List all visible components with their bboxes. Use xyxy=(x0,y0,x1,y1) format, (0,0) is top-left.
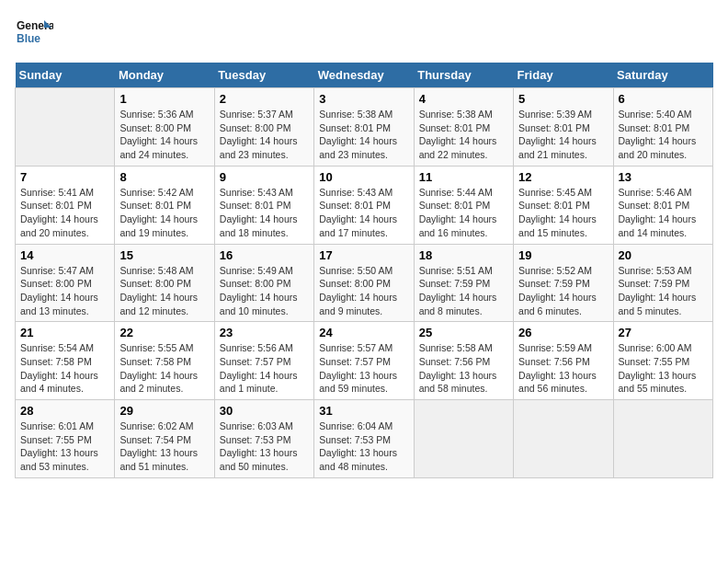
day-number: 30 xyxy=(220,404,309,418)
calendar-cell: 27Sunrise: 6:00 AM Sunset: 7:55 PM Dayli… xyxy=(613,322,712,400)
day-header-friday: Friday xyxy=(514,63,613,88)
day-header-tuesday: Tuesday xyxy=(214,63,313,88)
calendar-week-2: 7Sunrise: 5:41 AM Sunset: 8:01 PM Daylig… xyxy=(16,166,713,244)
day-info: Sunrise: 5:43 AM Sunset: 8:01 PM Dayligh… xyxy=(220,186,309,240)
day-number: 11 xyxy=(419,170,508,184)
day-number: 18 xyxy=(419,248,508,262)
day-info: Sunrise: 5:36 AM Sunset: 8:00 PM Dayligh… xyxy=(119,108,209,162)
calendar-cell: 9Sunrise: 5:43 AM Sunset: 8:01 PM Daylig… xyxy=(214,166,313,244)
day-info: Sunrise: 5:56 AM Sunset: 7:57 PM Dayligh… xyxy=(220,341,309,396)
day-number: 26 xyxy=(518,326,608,339)
day-header-sunday: Sunday xyxy=(16,63,115,88)
svg-text:Blue: Blue xyxy=(17,32,40,45)
day-info: Sunrise: 5:41 AM Sunset: 8:01 PM Dayligh… xyxy=(20,186,109,240)
calendar-cell: 17Sunrise: 5:50 AM Sunset: 8:00 PM Dayli… xyxy=(314,244,414,322)
calendar-cell: 15Sunrise: 5:48 AM Sunset: 8:00 PM Dayli… xyxy=(115,244,214,322)
day-number: 15 xyxy=(119,248,209,262)
calendar-cell: 6Sunrise: 5:40 AM Sunset: 8:01 PM Daylig… xyxy=(613,88,712,167)
day-info: Sunrise: 6:02 AM Sunset: 7:54 PM Dayligh… xyxy=(119,419,209,474)
day-number: 6 xyxy=(619,92,708,106)
calendar-week-4: 21Sunrise: 5:54 AM Sunset: 7:58 PM Dayli… xyxy=(16,322,713,400)
day-number: 9 xyxy=(220,170,309,184)
day-number: 12 xyxy=(518,170,608,184)
calendar-cell: 12Sunrise: 5:45 AM Sunset: 8:01 PM Dayli… xyxy=(514,166,613,244)
day-info: Sunrise: 6:00 AM Sunset: 7:55 PM Dayligh… xyxy=(619,341,708,396)
day-info: Sunrise: 5:45 AM Sunset: 8:01 PM Dayligh… xyxy=(518,186,608,240)
calendar-header-row: SundayMondayTuesdayWednesdayThursdayFrid… xyxy=(16,63,713,88)
calendar-cell: 21Sunrise: 5:54 AM Sunset: 7:58 PM Dayli… xyxy=(16,322,115,400)
day-header-thursday: Thursday xyxy=(414,63,513,88)
day-info: Sunrise: 5:53 AM Sunset: 7:59 PM Dayligh… xyxy=(619,264,708,318)
calendar-cell: 24Sunrise: 5:57 AM Sunset: 7:57 PM Dayli… xyxy=(314,322,414,400)
day-info: Sunrise: 5:59 AM Sunset: 7:56 PM Dayligh… xyxy=(518,341,608,396)
calendar-table: SundayMondayTuesdayWednesdayThursdayFrid… xyxy=(15,63,713,478)
day-info: Sunrise: 5:50 AM Sunset: 8:00 PM Dayligh… xyxy=(319,264,408,318)
day-info: Sunrise: 5:39 AM Sunset: 8:01 PM Dayligh… xyxy=(518,108,608,162)
day-number: 1 xyxy=(119,92,209,106)
day-info: Sunrise: 5:48 AM Sunset: 8:00 PM Dayligh… xyxy=(119,264,209,318)
day-number: 27 xyxy=(619,326,708,339)
day-header-monday: Monday xyxy=(115,63,214,88)
calendar-cell xyxy=(16,88,115,167)
page-header: General Blue xyxy=(15,15,713,53)
calendar-cell xyxy=(514,400,613,478)
calendar-cell: 29Sunrise: 6:02 AM Sunset: 7:54 PM Dayli… xyxy=(115,400,214,478)
day-number: 4 xyxy=(419,92,508,106)
day-number: 29 xyxy=(119,404,209,418)
calendar-cell: 5Sunrise: 5:39 AM Sunset: 8:01 PM Daylig… xyxy=(514,88,613,167)
calendar-cell: 20Sunrise: 5:53 AM Sunset: 7:59 PM Dayli… xyxy=(613,244,712,322)
day-number: 24 xyxy=(319,326,408,339)
day-number: 7 xyxy=(20,170,109,184)
calendar-cell: 18Sunrise: 5:51 AM Sunset: 7:59 PM Dayli… xyxy=(414,244,513,322)
day-info: Sunrise: 5:40 AM Sunset: 8:01 PM Dayligh… xyxy=(619,108,708,162)
day-number: 23 xyxy=(220,326,309,339)
day-info: Sunrise: 5:37 AM Sunset: 8:00 PM Dayligh… xyxy=(220,108,309,162)
day-info: Sunrise: 5:58 AM Sunset: 7:56 PM Dayligh… xyxy=(419,341,508,396)
day-number: 10 xyxy=(319,170,408,184)
day-info: Sunrise: 5:49 AM Sunset: 8:00 PM Dayligh… xyxy=(220,264,309,318)
calendar-cell xyxy=(414,400,513,478)
logo-svg: General Blue xyxy=(15,15,53,53)
day-info: Sunrise: 5:52 AM Sunset: 7:59 PM Dayligh… xyxy=(518,264,608,318)
day-number: 16 xyxy=(220,248,309,262)
day-number: 17 xyxy=(319,248,408,262)
calendar-cell: 3Sunrise: 5:38 AM Sunset: 8:01 PM Daylig… xyxy=(314,88,414,167)
calendar-week-1: 1Sunrise: 5:36 AM Sunset: 8:00 PM Daylig… xyxy=(16,88,713,167)
day-number: 31 xyxy=(319,404,408,418)
calendar-cell: 14Sunrise: 5:47 AM Sunset: 8:00 PM Dayli… xyxy=(16,244,115,322)
calendar-cell: 30Sunrise: 6:03 AM Sunset: 7:53 PM Dayli… xyxy=(214,400,313,478)
calendar-cell: 1Sunrise: 5:36 AM Sunset: 8:00 PM Daylig… xyxy=(115,88,214,167)
calendar-cell: 2Sunrise: 5:37 AM Sunset: 8:00 PM Daylig… xyxy=(214,88,313,167)
day-info: Sunrise: 5:57 AM Sunset: 7:57 PM Dayligh… xyxy=(319,341,408,396)
calendar-week-5: 28Sunrise: 6:01 AM Sunset: 7:55 PM Dayli… xyxy=(16,400,713,478)
day-header-saturday: Saturday xyxy=(613,63,712,88)
logo: General Blue xyxy=(15,15,53,53)
day-number: 25 xyxy=(419,326,508,339)
calendar-cell: 13Sunrise: 5:46 AM Sunset: 8:01 PM Dayli… xyxy=(613,166,712,244)
day-number: 13 xyxy=(619,170,708,184)
day-info: Sunrise: 5:38 AM Sunset: 8:01 PM Dayligh… xyxy=(419,108,508,162)
calendar-cell: 25Sunrise: 5:58 AM Sunset: 7:56 PM Dayli… xyxy=(414,322,513,400)
day-info: Sunrise: 5:54 AM Sunset: 7:58 PM Dayligh… xyxy=(20,341,109,396)
day-number: 28 xyxy=(20,404,109,418)
day-number: 19 xyxy=(518,248,608,262)
day-info: Sunrise: 5:42 AM Sunset: 8:01 PM Dayligh… xyxy=(119,186,209,240)
day-info: Sunrise: 6:01 AM Sunset: 7:55 PM Dayligh… xyxy=(20,419,109,474)
calendar-week-3: 14Sunrise: 5:47 AM Sunset: 8:00 PM Dayli… xyxy=(16,244,713,322)
day-number: 14 xyxy=(20,248,109,262)
day-number: 2 xyxy=(220,92,309,106)
day-number: 22 xyxy=(119,326,209,339)
day-number: 5 xyxy=(518,92,608,106)
day-info: Sunrise: 5:43 AM Sunset: 8:01 PM Dayligh… xyxy=(319,186,408,240)
calendar-cell: 28Sunrise: 6:01 AM Sunset: 7:55 PM Dayli… xyxy=(16,400,115,478)
day-info: Sunrise: 5:44 AM Sunset: 8:01 PM Dayligh… xyxy=(419,186,508,240)
calendar-cell: 16Sunrise: 5:49 AM Sunset: 8:00 PM Dayli… xyxy=(214,244,313,322)
day-number: 21 xyxy=(20,326,109,339)
calendar-cell: 10Sunrise: 5:43 AM Sunset: 8:01 PM Dayli… xyxy=(314,166,414,244)
calendar-cell: 11Sunrise: 5:44 AM Sunset: 8:01 PM Dayli… xyxy=(414,166,513,244)
day-info: Sunrise: 5:46 AM Sunset: 8:01 PM Dayligh… xyxy=(619,186,708,240)
day-header-wednesday: Wednesday xyxy=(314,63,414,88)
calendar-cell: 22Sunrise: 5:55 AM Sunset: 7:58 PM Dayli… xyxy=(115,322,214,400)
calendar-cell: 19Sunrise: 5:52 AM Sunset: 7:59 PM Dayli… xyxy=(514,244,613,322)
calendar-cell: 8Sunrise: 5:42 AM Sunset: 8:01 PM Daylig… xyxy=(115,166,214,244)
